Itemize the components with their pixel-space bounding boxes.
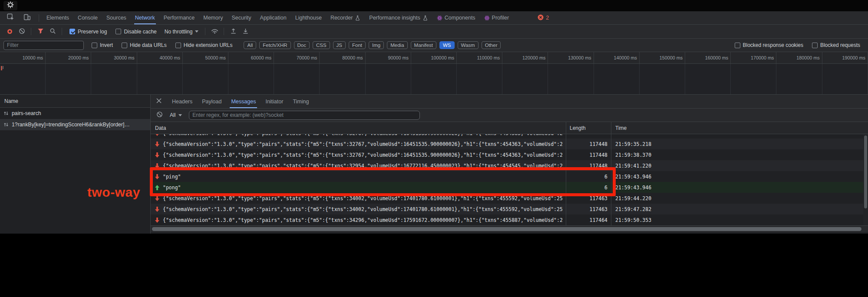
detail-tab-initiator[interactable]: Initiator <box>261 95 288 108</box>
inspect-element-button[interactable] <box>5 13 16 23</box>
blocked-requests-checkbox[interactable]: Blocked requests <box>812 42 860 48</box>
timeline-tick: 110000 ms <box>457 52 502 63</box>
horizontal-scrollbar[interactable] <box>151 225 868 232</box>
received-arrow-icon <box>155 134 159 136</box>
message-length-cell: 117448 <box>566 139 611 149</box>
throttling-select[interactable]: No throttling <box>161 29 202 35</box>
length-column-header[interactable]: Length <box>566 122 611 134</box>
message-row[interactable]: "ping"621:59:43.946 <box>151 171 868 182</box>
tab-components[interactable]: Components <box>432 11 480 24</box>
message-row[interactable]: {"schemaVersion":"1.3.0","type":"pairs",… <box>151 204 868 214</box>
message-row[interactable]: {"schemaVersion":"1.3.0","type":"pairs",… <box>151 193 868 204</box>
settings-button[interactable] <box>3 1 17 10</box>
filter-chip-media[interactable]: Media <box>387 41 407 49</box>
invert-checkbox[interactable]: Invert <box>92 42 113 48</box>
request-row[interactable]: pairs-search <box>0 108 150 119</box>
filter-chip-ws[interactable]: WS <box>439 41 455 49</box>
checkbox-label: Hide extension URLs <box>184 42 233 48</box>
tab-security[interactable]: Security <box>227 11 255 24</box>
filter-chip-img[interactable]: Img <box>369 41 384 49</box>
gear-icon <box>7 1 14 10</box>
preserve-log-checkbox[interactable]: Preserve log <box>69 29 107 35</box>
message-length-cell: 117464 <box>566 214 611 225</box>
tab-lighthouse[interactable]: Lighthouse <box>291 11 326 24</box>
scrollbar-thumb[interactable] <box>152 227 861 231</box>
checkbox-box <box>122 43 127 48</box>
messages-table-header: Data Length Time <box>151 122 868 134</box>
requests-panel: Name pairs-search1?rankBy[key]=trendingS… <box>0 95 151 234</box>
message-row[interactable]: {"schemaVersion":"1.3.0","type":"pairs",… <box>151 160 868 171</box>
import-har-button[interactable] <box>228 26 238 37</box>
network-filter-input[interactable] <box>3 41 84 50</box>
message-row[interactable]: "pong"621:59:43.946 <box>151 182 868 193</box>
filter-chip-manifest[interactable]: Manifest <box>411 41 436 49</box>
detail-tab-messages[interactable]: Messages <box>226 95 261 108</box>
record-network-log-button[interactable] <box>4 26 15 37</box>
message-row[interactable]: {"schemaVersion":"1.3.0","type":"pairs",… <box>151 134 868 139</box>
blocked-response-cookies-checkbox[interactable]: Blocked response cookies <box>735 42 803 48</box>
tick-label: 100000 ms <box>431 55 454 60</box>
tab-network[interactable]: Network <box>131 11 159 24</box>
detail-tab-headers[interactable]: Headers <box>167 95 197 108</box>
requests-column-header[interactable]: Name <box>0 95 150 108</box>
request-row[interactable]: 1?rankBy[key]=trendingScoreH6&rankBy[ord… <box>0 119 150 130</box>
hide-extension-urls-checkbox[interactable]: Hide extension URLs <box>175 42 233 48</box>
close-details-button[interactable] <box>151 95 167 108</box>
tab-memory[interactable]: Memory <box>199 11 227 24</box>
tab-sources[interactable]: Sources <box>102 11 131 24</box>
tab-performance-insights[interactable]: Performance insights <box>365 11 432 24</box>
network-conditions-button[interactable] <box>209 26 220 37</box>
tick-label: 180000 ms <box>796 55 819 60</box>
block-messages-icon[interactable] <box>156 111 163 119</box>
tick-label: 140000 ms <box>614 55 637 60</box>
message-row[interactable]: {"schemaVersion":"1.3.0","type":"pairs",… <box>151 139 868 149</box>
detail-tab-timing[interactable]: Timing <box>288 95 314 108</box>
tab-performance[interactable]: Performance <box>159 11 199 24</box>
filter-toggle-button[interactable] <box>35 26 46 37</box>
divider <box>205 28 205 35</box>
hide-data-urls-checkbox[interactable]: Hide data URLs <box>122 42 167 48</box>
browser-top-bar <box>0 0 868 11</box>
export-har-button[interactable] <box>240 26 251 37</box>
message-regex-input[interactable] <box>189 111 420 120</box>
issues-badge[interactable]: 2 <box>538 11 549 24</box>
data-column-header[interactable]: Data <box>151 122 566 134</box>
detail-tab-payload[interactable]: Payload <box>197 95 226 108</box>
timeline-gridline <box>91 64 137 94</box>
disable-cache-checkbox[interactable]: Disable cache <box>116 29 156 35</box>
filter-chip-js[interactable]: JS <box>333 41 346 49</box>
device-toolbar-button[interactable] <box>22 13 32 23</box>
filter-chip-fetch-xhr[interactable]: Fetch/XHR <box>259 41 290 49</box>
tab-label: Security <box>231 15 251 21</box>
network-overview-band[interactable] <box>0 64 868 95</box>
vertical-scrollbar[interactable] <box>863 134 868 225</box>
tab-recorder[interactable]: Recorder <box>326 11 365 24</box>
tab-application[interactable]: Application <box>256 11 291 24</box>
filter-chip-other[interactable]: Other <box>482 41 501 49</box>
scrollbar-thumb[interactable] <box>864 135 867 208</box>
funnel-icon <box>37 28 44 36</box>
error-circle-icon <box>538 14 544 22</box>
timeline-ruler: 10000 ms20000 ms30000 ms40000 ms50000 ms… <box>0 52 868 64</box>
tick-label: 110000 ms <box>477 55 500 60</box>
tab-console[interactable]: Console <box>73 11 102 24</box>
filter-chip-css[interactable]: CSS <box>313 41 330 49</box>
time-column-header[interactable]: Time <box>611 122 868 134</box>
message-row[interactable]: {"schemaVersion":"1.3.0","type":"pairs",… <box>151 214 868 225</box>
tab-label: Network <box>135 15 155 21</box>
checkbox-box <box>116 29 121 34</box>
filter-chip-doc[interactable]: Doc <box>294 41 310 49</box>
filter-chip-font[interactable]: Font <box>349 41 366 49</box>
filter-chip-wasm[interactable]: Wasm <box>458 41 479 49</box>
message-data-text: {"schemaVersion":"1.3.0","type":"pairs",… <box>163 206 562 212</box>
divider <box>39 14 39 22</box>
search-button[interactable] <box>47 26 58 37</box>
message-row[interactable]: {"schemaVersion":"1.3.0","type":"pairs",… <box>151 149 868 160</box>
filter-chip-all[interactable]: All <box>244 41 256 49</box>
message-data-text: {"schemaVersion":"1.3.0","type":"pairs",… <box>163 195 562 201</box>
clear-network-log-button[interactable] <box>17 26 27 37</box>
tab-elements[interactable]: Elements <box>42 11 73 24</box>
chevron-down-icon <box>178 114 182 116</box>
message-filter-select[interactable]: All <box>167 112 185 118</box>
tab-profiler[interactable]: Profiler <box>480 11 514 24</box>
